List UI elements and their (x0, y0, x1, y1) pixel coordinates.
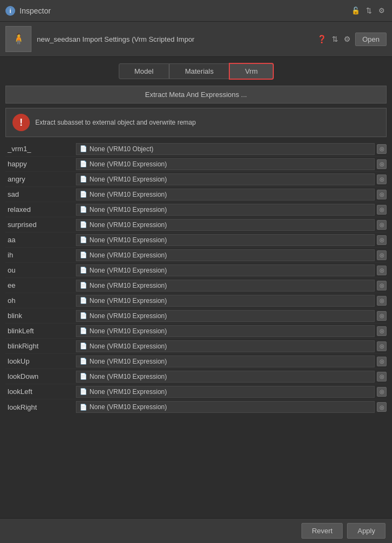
prop-value-text: None (VRM10 Expression) (89, 221, 371, 229)
prop-name: lookLeft (5, 387, 76, 396)
target-button[interactable]: ◎ (377, 311, 387, 321)
prop-value-text: None (VRM10 Expression) (89, 191, 371, 198)
prop-name: lookRight (5, 403, 76, 411)
prop-name: oh (5, 296, 76, 305)
prop-name: ou (5, 266, 76, 274)
target-button[interactable]: ◎ (377, 281, 387, 290)
prop-value-field[interactable]: 📄None (VRM10 Expression) (76, 295, 375, 307)
settings-icon[interactable]: ⇅ (331, 34, 339, 44)
inspector-icon: i (5, 6, 15, 16)
table-row: ee📄None (VRM10 Expression)◎ (5, 278, 387, 293)
prop-name: lookDown (5, 372, 76, 380)
target-button[interactable]: ◎ (377, 402, 387, 412)
open-button[interactable]: Open (355, 33, 387, 46)
prop-name: blinkLeft (5, 327, 76, 335)
prop-value-field[interactable]: 📄None (VRM10 Object) (76, 143, 375, 155)
file-icon: 📄 (80, 160, 87, 167)
target-button[interactable]: ◎ (377, 326, 387, 336)
prop-value-text: None (VRM10 Expression) (89, 282, 371, 289)
target-button[interactable]: ◎ (377, 159, 387, 169)
table-row: aa📄None (VRM10 Expression)◎ (5, 232, 387, 248)
prop-name: sad (5, 190, 76, 198)
file-icon: 📄 (80, 191, 87, 198)
extract-button[interactable]: Extract Meta And Expressions ... (5, 86, 387, 104)
prop-value-field[interactable]: 📄None (VRM10 Expression) (76, 310, 375, 322)
table-row: oh📄None (VRM10 Expression)◎ (5, 293, 387, 308)
prop-name: lookUp (5, 357, 76, 365)
table-row: angry📄None (VRM10 Expression)◎ (5, 172, 387, 187)
target-button[interactable]: ◎ (377, 205, 387, 215)
title-bar-controls: 🔓 ⇅ ⚙ (351, 6, 387, 16)
revert-button[interactable]: Revert (301, 523, 343, 539)
prop-value-text: None (VRM10 Expression) (89, 176, 371, 183)
asset-actions: ❓ ⇅ ⚙ Open (316, 33, 387, 46)
file-icon: 📄 (80, 236, 87, 243)
prop-value-text: None (VRM10 Expression) (89, 297, 371, 305)
prop-value-text: None (VRM10 Expression) (89, 312, 371, 320)
prop-value-field[interactable]: 📄None (VRM10 Expression) (76, 189, 375, 201)
prop-value-field[interactable]: 📄None (VRM10 Expression) (76, 371, 375, 383)
tabs-row: Model Materials Vrm (0, 57, 392, 83)
prop-value-field[interactable]: 📄None (VRM10 Expression) (76, 249, 375, 261)
title-bar: i Inspector 🔓 ⇅ ⚙ (0, 0, 392, 22)
table-row: sad📄None (VRM10 Expression)◎ (5, 187, 387, 202)
file-icon: 📄 (80, 145, 87, 152)
apply-button[interactable]: Apply (347, 523, 385, 539)
menu-icon[interactable]: ⚙ (377, 6, 387, 16)
prop-value-field[interactable]: 📄None (VRM10 Expression) (76, 386, 375, 398)
prop-name: aa (5, 236, 76, 244)
asset-thumbnail: 🧍 (5, 26, 31, 52)
target-button[interactable]: ◎ (377, 144, 387, 154)
file-icon: 📄 (80, 251, 87, 258)
prop-value-field[interactable]: 📄None (VRM10 Expression) (76, 280, 375, 292)
table-row: lookRight📄None (VRM10 Expression)◎ (5, 399, 387, 415)
prop-value-text: None (VRM10 Expression) (89, 358, 371, 365)
table-row: ih📄None (VRM10 Expression)◎ (5, 248, 387, 263)
prop-name: angry (5, 175, 76, 183)
prop-name: ee (5, 281, 76, 289)
prop-value-field[interactable]: 📄None (VRM10 Expression) (76, 204, 375, 216)
file-icon: 📄 (80, 327, 87, 334)
file-icon: 📄 (80, 267, 87, 274)
tab-materials[interactable]: Materials (169, 63, 229, 79)
file-icon: 📄 (80, 342, 87, 350)
lock-icon[interactable]: 🔓 (351, 6, 361, 16)
prop-value-field[interactable]: 📄None (VRM10 Expression) (76, 158, 375, 170)
prop-value-field[interactable]: 📄None (VRM10 Expression) (76, 234, 375, 246)
target-button[interactable]: ◎ (377, 372, 387, 382)
target-button[interactable]: ◎ (377, 220, 387, 230)
prop-value-field[interactable]: 📄None (VRM10 Expression) (76, 219, 375, 231)
more-icon[interactable]: ⚙ (343, 34, 352, 44)
tab-model[interactable]: Model (119, 63, 169, 79)
target-button[interactable]: ◎ (377, 387, 387, 397)
target-button[interactable]: ◎ (377, 266, 387, 275)
layout-icon[interactable]: ⇅ (364, 6, 374, 16)
prop-value-field[interactable]: 📄None (VRM10 Expression) (76, 355, 375, 367)
tab-vrm[interactable]: Vrm (229, 63, 273, 79)
target-button[interactable]: ◎ (377, 190, 387, 199)
target-button[interactable]: ◎ (377, 174, 387, 184)
table-row: lookDown📄None (VRM10 Expression)◎ (5, 369, 387, 384)
target-button[interactable]: ◎ (377, 357, 387, 366)
help-icon[interactable]: ❓ (316, 34, 327, 44)
warning-icon: ! (12, 114, 30, 131)
prop-value-text: None (VRM10 Expression) (89, 251, 371, 259)
table-row: surprised📄None (VRM10 Expression)◎ (5, 217, 387, 232)
prop-value-field[interactable]: 📄None (VRM10 Expression) (76, 173, 375, 185)
prop-value-text: None (VRM10 Expression) (89, 342, 371, 350)
prop-value-field[interactable]: 📄None (VRM10 Expression) (76, 325, 375, 337)
prop-value-field[interactable]: 📄None (VRM10 Expression) (76, 401, 375, 413)
target-button[interactable]: ◎ (377, 235, 387, 245)
prop-value-field[interactable]: 📄None (VRM10 Expression) (76, 340, 375, 352)
prop-name: blink (5, 312, 76, 320)
target-button[interactable]: ◎ (377, 341, 387, 351)
prop-name: happy (5, 160, 76, 168)
table-row: blinkRight📄None (VRM10 Expression)◎ (5, 339, 387, 354)
prop-value-field[interactable]: 📄None (VRM10 Expression) (76, 264, 375, 276)
target-button[interactable]: ◎ (377, 296, 387, 306)
warning-text: Extract subasset to external object and … (35, 119, 196, 126)
prop-value-text: None (VRM10 Expression) (89, 373, 371, 380)
file-icon: 📄 (80, 221, 87, 228)
target-button[interactable]: ◎ (377, 250, 387, 260)
table-row: _vrm1_📄None (VRM10 Object)◎ (5, 141, 387, 157)
